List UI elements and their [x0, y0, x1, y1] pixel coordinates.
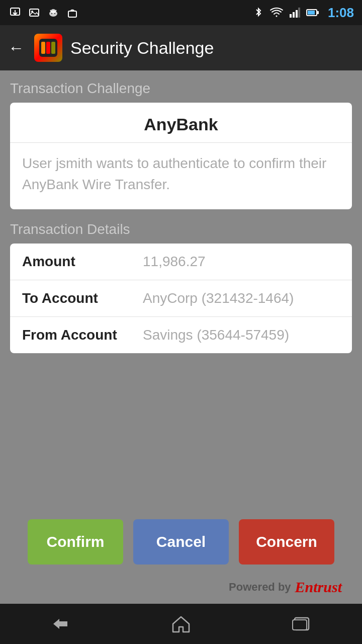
to-account-row: To Account AnyCorp (321432-1464): [10, 280, 352, 317]
status-icons-left: [8, 6, 79, 20]
app-title: Security Challenge: [70, 38, 214, 58]
from-account-row: From Account Savings (35644-57459): [10, 317, 352, 353]
transaction-details-label: Transaction Details: [10, 221, 352, 237]
svg-rect-11: [290, 14, 292, 18]
amount-label: Amount: [22, 254, 143, 270]
main-content: Transaction Challenge AnyBank User jsmit…: [0, 70, 362, 604]
status-bar: 1:08: [0, 0, 362, 25]
to-account-value: AnyCorp (321432-1464): [143, 290, 340, 306]
powered-by-text: Powered by: [229, 581, 291, 594]
challenge-card: AnyBank User jsmith wants to authenticat…: [10, 103, 352, 209]
amount-row: Amount 11,986.27: [10, 244, 352, 280]
battery-icon: [306, 6, 320, 20]
svg-rect-2: [30, 9, 39, 16]
app-icon: [34, 34, 62, 62]
entrust-logo: Entrust: [295, 579, 342, 596]
from-account-value: Savings (35644-57459): [143, 327, 340, 343]
status-time: 1:08: [328, 5, 354, 21]
svg-point-6: [54, 13, 55, 14]
android-icon: [46, 6, 60, 20]
button-row: Confirm Cancel Concern: [10, 519, 352, 575]
details-card: Amount 11,986.27 To Account AnyCorp (321…: [10, 244, 352, 353]
svg-rect-12: [293, 12, 295, 18]
confirm-button[interactable]: Confirm: [28, 519, 123, 565]
svg-rect-13: [296, 10, 298, 18]
transaction-challenge-label: Transaction Challenge: [10, 80, 352, 97]
to-account-label: To Account: [22, 290, 143, 306]
svg-rect-24: [293, 620, 307, 630]
download-icon: [8, 6, 22, 20]
status-icons-right: 1:08: [251, 5, 354, 21]
bag-icon: [65, 6, 79, 20]
svg-rect-17: [317, 11, 319, 14]
svg-rect-16: [308, 11, 315, 15]
nav-bar: [0, 604, 362, 644]
svg-point-9: [51, 9, 56, 13]
svg-rect-19: [41, 42, 45, 54]
signal-icon: [288, 6, 302, 20]
nav-recents-button[interactable]: [282, 609, 322, 639]
powered-by: Powered by Entrust: [10, 575, 352, 604]
app-bar: ← Security Challenge: [0, 25, 362, 70]
nav-back-button[interactable]: [40, 609, 80, 639]
wifi-icon: [269, 6, 284, 20]
svg-rect-20: [46, 42, 50, 54]
challenge-message: User jsmith wants to authenticate to con…: [10, 143, 352, 209]
svg-point-5: [51, 13, 52, 14]
concern-button[interactable]: Concern: [239, 519, 334, 565]
svg-rect-21: [51, 42, 55, 54]
amount-value: 11,986.27: [143, 254, 340, 270]
nav-home-button[interactable]: [161, 609, 201, 639]
cancel-button[interactable]: Cancel: [133, 519, 229, 565]
from-account-label: From Account: [22, 327, 143, 343]
image-icon: [27, 6, 41, 20]
svg-rect-10: [68, 11, 76, 17]
back-arrow-icon[interactable]: ←: [8, 39, 24, 57]
svg-rect-14: [298, 8, 300, 18]
bank-name: AnyBank: [10, 103, 352, 143]
bluetooth-icon: [251, 6, 265, 20]
svg-marker-22: [173, 617, 189, 632]
